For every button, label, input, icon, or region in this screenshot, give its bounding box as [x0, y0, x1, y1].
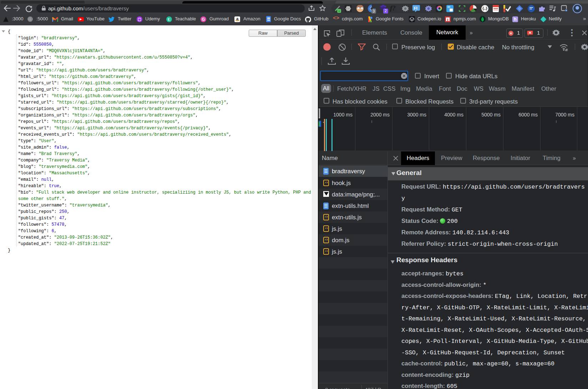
- svg-text:FI: FI: [414, 6, 417, 10]
